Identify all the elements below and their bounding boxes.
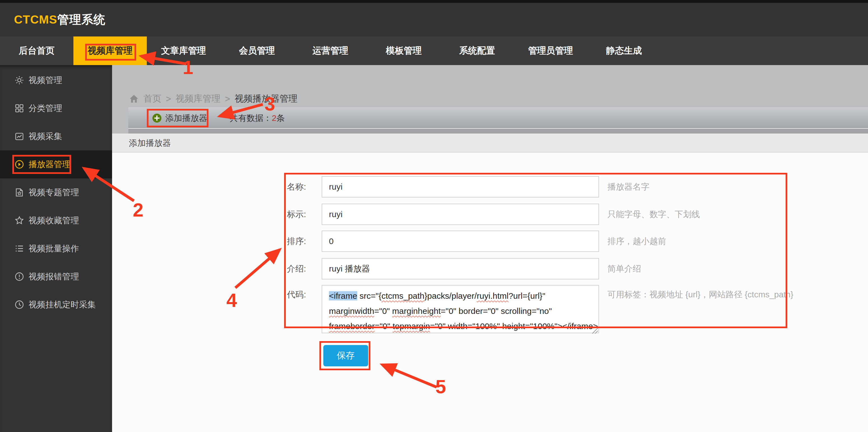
panel-header-band xyxy=(112,134,868,153)
form-hint-3: 排序，越小越前 xyxy=(608,231,666,252)
nav-tab-3[interactable]: 文章库管理 xyxy=(147,36,220,65)
alert-circle-icon xyxy=(14,272,24,281)
spellcheck-underline-text: marginwidth xyxy=(329,306,374,316)
sidebar-item-label: 播放器管理 xyxy=(29,159,71,170)
add-player-button[interactable]: 添加播放器 xyxy=(147,109,213,127)
breadcrumb-separator: > xyxy=(225,94,230,104)
app-logo: CTCMS管理系统 xyxy=(14,3,105,36)
nav-tab-8[interactable]: 管理员管理 xyxy=(514,36,587,65)
sidebar-item-2[interactable]: 分类管理 xyxy=(0,94,112,122)
selected-text: <iframe xyxy=(329,291,357,300)
form-label-4: 介绍: xyxy=(287,258,319,279)
main-nav: 后台首页视频库管理文章库管理会员管理运营管理模板管理系统配置管理员管理静态生成 xyxy=(0,36,868,65)
code-text: ="0" xyxy=(375,321,393,331)
sidebar-item-7[interactable]: 视频批量操作 xyxy=(0,234,112,263)
code-text: ="0" border="0" scrolling="no" xyxy=(441,306,552,316)
top-edge-strip xyxy=(0,0,868,3)
sidebar-item-3[interactable]: 视频采集 xyxy=(0,122,112,150)
sidebar-item-label: 分类管理 xyxy=(29,103,62,114)
grid-icon xyxy=(14,104,24,113)
breadcrumb-item-1[interactable]: 首页 xyxy=(144,92,161,105)
form-hint-4: 简单介绍 xyxy=(608,258,641,279)
breadcrumb-item-3: 视频播放器管理 xyxy=(235,92,297,105)
nav-tab-9[interactable]: 静态生成 xyxy=(587,36,661,65)
spellcheck-underline-text: topmargin xyxy=(393,321,430,331)
sidebar-item-label: 视频采集 xyxy=(29,131,62,142)
form-label-3: 排序: xyxy=(287,231,319,252)
code-text: src="{ xyxy=(357,291,382,300)
clock-icon xyxy=(14,300,24,309)
nav-tab-7[interactable]: 系统配置 xyxy=(440,36,514,65)
record-count: 共有数据：2条 xyxy=(230,109,285,127)
sidebar-item-5[interactable]: 视频专题管理 xyxy=(0,178,112,206)
form-input-2[interactable] xyxy=(322,204,599,225)
logo-suffix: 管理系统 xyxy=(57,12,105,28)
ctcms-admin-page: CTCMS管理系统 后台首页视频库管理文章库管理会员管理运营管理模板管理系统配置… xyxy=(0,0,868,432)
nav-tab-6[interactable]: 模板管理 xyxy=(367,36,440,65)
home-icon[interactable] xyxy=(129,94,139,104)
sidebar-menu: 视频管理分类管理视频采集播放器管理视频专题管理视频收藏管理视频批量操作视频报错管… xyxy=(0,66,112,319)
sidebar-item-8[interactable]: 视频报错管理 xyxy=(0,263,112,291)
sidebar-item-9[interactable]: 视频挂机定时采集 xyxy=(0,291,112,319)
breadcrumb: 首页>视频库管理>视频播放器管理 xyxy=(129,92,297,106)
textarea-resize-handle[interactable] xyxy=(592,326,598,333)
code-textarea[interactable]: <iframe src="{ctcms_path}packs/player/ru… xyxy=(322,285,599,333)
form-hint-2: 只能字母、数字、下划线 xyxy=(608,204,700,225)
doc-star-icon xyxy=(14,188,24,197)
gear-icon xyxy=(14,76,24,85)
nav-tab-2-active[interactable]: 视频库管理 xyxy=(73,36,147,65)
top-bar: CTCMS管理系统 xyxy=(0,0,868,36)
code-text: ="0" width="100%" height="100%"></iframe… xyxy=(430,321,598,331)
sidebar-item-6[interactable]: 视频收藏管理 xyxy=(0,206,112,234)
form-label-2: 标示: xyxy=(287,204,319,225)
content-area: 首页>视频库管理>视频播放器管理 添加播放器 共有数据：2条 添加播放器 名称:… xyxy=(112,65,868,432)
sidebar-item-label: 视频管理 xyxy=(29,75,62,86)
count-prefix: 共有数据： xyxy=(230,113,272,124)
sidebar-item-label: 视频报错管理 xyxy=(29,271,79,283)
code-line-3: frameborder="0" topmargin="0" width="100… xyxy=(329,319,592,333)
code-text: ="0" xyxy=(374,306,392,316)
code-line-2: marginwidth="0" marginheight="0" border=… xyxy=(329,304,592,319)
spellcheck-underline-text: ruyi.html xyxy=(477,291,508,300)
sidebar-item-1[interactable]: 视频管理 xyxy=(0,66,112,94)
form-input-4[interactable] xyxy=(322,258,599,279)
breadcrumb-separator: > xyxy=(166,94,171,104)
count-value: 2 xyxy=(272,113,277,123)
play-circle-icon xyxy=(14,160,24,169)
logo-brand: CTCMS xyxy=(14,13,57,26)
toolbar-lower-gap xyxy=(128,128,868,134)
code-line-1: <iframe src="{ctcms_path}packs/player/ru… xyxy=(329,288,592,304)
spellcheck-underline-text: ctcms_path xyxy=(381,291,424,300)
code-text: }packs/player/ xyxy=(425,291,477,300)
form-hint-1: 播放器名字 xyxy=(608,176,649,198)
sidebar-item-label: 视频收藏管理 xyxy=(29,215,79,226)
sidebar-item-4-active[interactable]: 播放器管理 xyxy=(0,150,112,178)
add-player-label: 添加播放器 xyxy=(165,113,207,124)
spellcheck-underline-text: frameborder xyxy=(329,321,375,331)
nav-tab-5[interactable]: 运营管理 xyxy=(293,36,367,65)
form-input-3[interactable] xyxy=(322,231,599,252)
sidebar-item-label: 视频专题管理 xyxy=(29,187,79,198)
sidebar-item-label: 视频挂机定时采集 xyxy=(29,299,96,311)
code-text: ?url={url}" xyxy=(508,291,546,300)
spellcheck-underline-text: marginheight xyxy=(392,306,441,316)
code-field-hint: 可用标签：视频地址 {url}，网站路径 {ctcms_path} xyxy=(608,289,794,300)
nav-tab-4[interactable]: 会员管理 xyxy=(220,36,293,65)
count-suffix: 条 xyxy=(277,113,285,124)
list-icon xyxy=(14,244,24,253)
form-label-1: 名称: xyxy=(287,176,319,198)
save-button[interactable]: 保存 xyxy=(323,345,368,366)
breadcrumb-item-2[interactable]: 视频库管理 xyxy=(176,92,220,105)
form-input-1[interactable] xyxy=(322,176,599,198)
panel-title: 添加播放器 xyxy=(129,134,171,153)
sidebar: 视频管理分类管理视频采集播放器管理视频专题管理视频收藏管理视频批量操作视频报错管… xyxy=(0,65,112,432)
star-icon xyxy=(14,216,24,225)
sidebar-item-label: 视频批量操作 xyxy=(29,243,79,254)
nav-tab-1[interactable]: 后台首页 xyxy=(0,36,73,65)
plus-circle-icon xyxy=(152,114,161,123)
toolbar-left-gap xyxy=(112,107,128,134)
chart-box-icon xyxy=(14,132,24,141)
code-field-label: 代码: xyxy=(287,289,319,300)
